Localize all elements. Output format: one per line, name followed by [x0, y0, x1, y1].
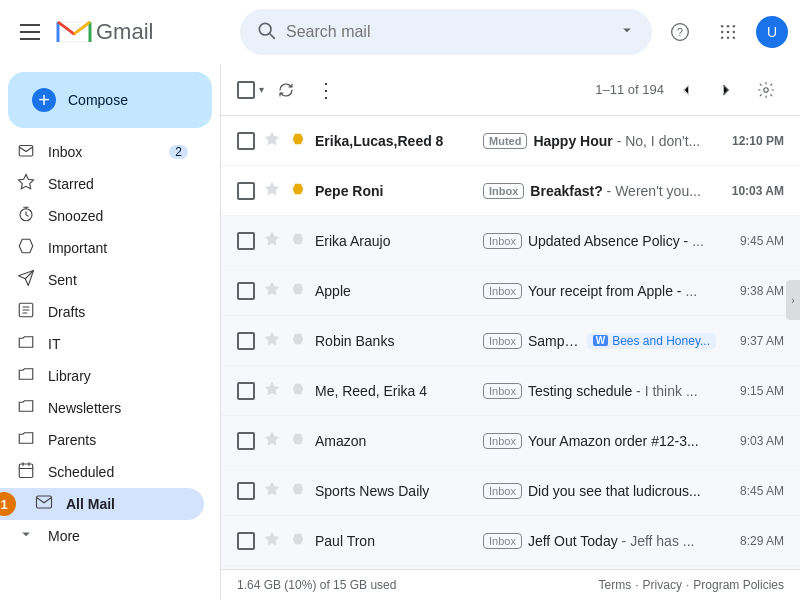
row-checkbox[interactable] [237, 382, 255, 400]
email-subject: Updated Absence Policy - ... [528, 233, 716, 249]
toolbar-left: ▾ ⋮ [237, 72, 344, 108]
sidebar-library-label: Library [48, 368, 188, 384]
star-icon[interactable] [263, 531, 281, 551]
terms-link[interactable]: Terms [599, 578, 632, 592]
sidebar-item-starred[interactable]: Starred [0, 168, 204, 200]
email-row[interactable]: Me, Reed, Erika 4 Inbox Testing schedule… [221, 366, 800, 416]
apps-button[interactable] [708, 12, 748, 52]
row-checkbox[interactable] [237, 332, 255, 350]
row-checkbox[interactable] [237, 132, 255, 150]
email-row[interactable]: Amazon Inbox Your Amazon order #12-3... … [221, 416, 800, 466]
sidebar: + Compose Inbox 2 Starred Snoozed [0, 64, 220, 600]
important-icon[interactable] [289, 132, 307, 149]
help-button[interactable]: ? [660, 12, 700, 52]
row-checkbox[interactable] [237, 482, 255, 500]
sidebar-drafts-label: Drafts [48, 304, 188, 320]
footer: 1.64 GB (10%) of 15 GB used Terms · Priv… [221, 569, 800, 600]
star-icon[interactable] [263, 381, 281, 401]
label-badge: Inbox [483, 433, 522, 449]
important-icon[interactable] [289, 282, 307, 299]
select-dropdown-icon[interactable]: ▾ [259, 84, 264, 95]
sidebar-item-newsletters[interactable]: Newsletters [0, 392, 204, 424]
important-icon[interactable] [289, 382, 307, 399]
search-icon [256, 20, 276, 45]
search-dropdown-icon[interactable] [618, 21, 636, 44]
sidebar-starred-label: Starred [48, 176, 188, 192]
star-icon[interactable] [263, 331, 281, 351]
important-icon[interactable] [289, 532, 307, 549]
sidebar-item-more[interactable]: More [0, 520, 220, 552]
star-icon[interactable] [263, 431, 281, 451]
star-icon[interactable] [263, 481, 281, 501]
row-checkbox[interactable] [237, 282, 255, 300]
row-checkbox[interactable] [237, 182, 255, 200]
settings-button[interactable] [748, 72, 784, 108]
policies-link[interactable]: Program Policies [693, 578, 784, 592]
prev-page-button[interactable] [668, 72, 704, 108]
important-icon[interactable] [289, 432, 307, 449]
refresh-button[interactable] [268, 72, 304, 108]
sidebar-item-sent[interactable]: Sent [0, 264, 204, 296]
email-time: 12:10 PM [724, 134, 784, 148]
privacy-link[interactable]: Privacy [643, 578, 682, 592]
next-page-button[interactable] [708, 72, 744, 108]
avatar[interactable]: U [756, 16, 788, 48]
search-bar[interactable] [240, 9, 652, 55]
svg-point-9 [733, 31, 736, 34]
email-body: Inbox Your Amazon order #12-3... [483, 433, 716, 449]
sidebar-item-drafts[interactable]: Drafts [0, 296, 204, 328]
email-time: 9:15 AM [724, 384, 784, 398]
important-icon[interactable] [289, 482, 307, 499]
email-row[interactable]: Paul Tron Inbox Jeff Out Today - Jeff ha… [221, 516, 800, 566]
inbox-icon [16, 141, 36, 163]
pagination-info: 1–11 of 194 [595, 82, 664, 97]
email-subject: Happy Hour - No, I don't... [533, 133, 716, 149]
scroll-toggle[interactable]: › [786, 280, 800, 320]
row-checkbox[interactable] [237, 532, 255, 550]
more-actions-button[interactable]: ⋮ [308, 72, 344, 108]
important-icon[interactable] [289, 232, 307, 249]
sidebar-item-scheduled[interactable]: Scheduled [0, 456, 204, 488]
sidebar-item-snoozed[interactable]: Snoozed [0, 200, 204, 232]
email-time: 9:37 AM [724, 334, 784, 348]
row-checkbox[interactable] [237, 432, 255, 450]
sidebar-item-important[interactable]: Important [0, 232, 204, 264]
starred-icon [16, 173, 36, 195]
email-row[interactable]: Erika Araujo Inbox Updated Absence Polic… [221, 216, 800, 266]
sidebar-item-it[interactable]: IT [0, 328, 204, 360]
important-icon[interactable] [289, 332, 307, 349]
email-row[interactable]: Erika,Lucas,Reed 8 Muted Happy Hour - No… [221, 116, 800, 166]
search-input[interactable] [286, 23, 608, 41]
gmail-logo-icon [56, 18, 92, 46]
star-icon[interactable] [263, 181, 281, 201]
select-all-area[interactable]: ▾ [237, 81, 264, 99]
main-area: + Compose Inbox 2 Starred Snoozed [0, 64, 800, 600]
svg-rect-16 [19, 464, 33, 478]
allmail-icon [34, 493, 54, 515]
sidebar-item-inbox[interactable]: Inbox 2 [0, 136, 204, 168]
email-row[interactable]: Robin Banks Inbox Sample Research Report… [221, 316, 800, 366]
menu-button[interactable] [12, 14, 48, 50]
more-label: More [48, 528, 80, 544]
star-icon[interactable] [263, 231, 281, 251]
email-row[interactable]: Pepe Roni Inbox Breakfast? - Weren't you… [221, 166, 800, 216]
storage-info: 1.64 GB (10%) of 15 GB used [237, 578, 396, 592]
row-checkbox[interactable] [237, 232, 255, 250]
star-icon[interactable] [263, 281, 281, 301]
email-row[interactable]: Reed Stephens IT Software Updates - W...… [221, 566, 800, 569]
compose-button[interactable]: + Compose [8, 72, 212, 128]
sidebar-item-allmail[interactable]: 1 All Mail [0, 488, 204, 520]
label-badge: Inbox [483, 283, 522, 299]
star-icon[interactable] [263, 131, 281, 151]
sidebar-inbox-label: Inbox [48, 144, 157, 160]
sidebar-item-parents[interactable]: Parents [0, 424, 204, 456]
sidebar-item-library[interactable]: Library [0, 360, 204, 392]
select-all-checkbox[interactable] [237, 81, 255, 99]
footer-links-area: Terms · Privacy · Program Policies [599, 578, 784, 592]
important-icon[interactable] [289, 182, 307, 199]
allmail-badge: 1 [0, 492, 16, 516]
sender-name: Robin Banks [315, 333, 475, 349]
email-row[interactable]: Apple Inbox Your receipt from Apple - ..… [221, 266, 800, 316]
email-body: Inbox Sample Research Report ... W Bees … [483, 333, 716, 349]
email-row[interactable]: Sports News Daily Inbox Did you see that… [221, 466, 800, 516]
